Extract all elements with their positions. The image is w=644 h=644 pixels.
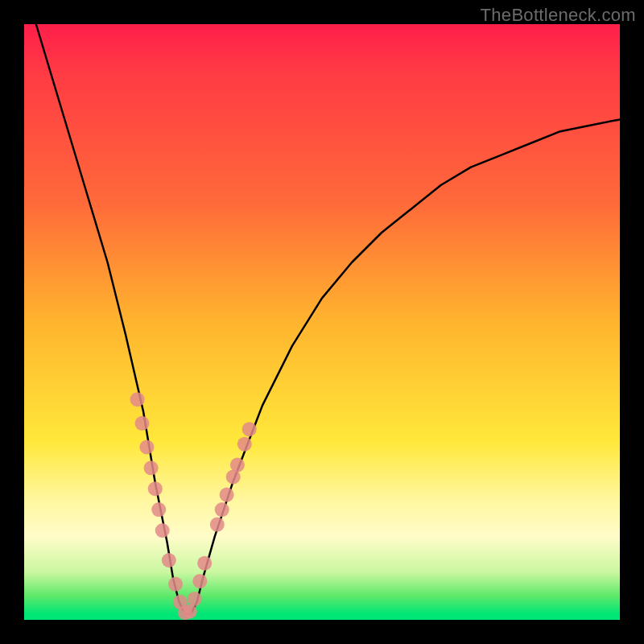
sample-marker [188, 592, 202, 606]
outer-frame: TheBottleneck.com [0, 0, 644, 644]
curve-layer [24, 24, 620, 620]
sample-marker [162, 553, 176, 568]
gradient-plot-area [24, 24, 620, 620]
sample-marker [151, 502, 166, 517]
sample-marker [130, 392, 145, 407]
sample-marker [210, 518, 225, 532]
sample-marker [192, 574, 207, 588]
sample-marker [230, 458, 245, 473]
watermark-text: TheBottleneck.com [481, 5, 636, 26]
bottleneck-curve [36, 24, 620, 614]
sample-marker [215, 502, 229, 517]
sample-marker [135, 416, 150, 431]
sample-marker [144, 460, 159, 475]
sample-marker [183, 605, 197, 619]
sample-marker [220, 488, 234, 502]
sample-marker [155, 523, 170, 538]
sample-marker [148, 481, 163, 496]
sample-marker [168, 577, 183, 592]
sample-marker [242, 422, 257, 436]
sample-marker [237, 437, 252, 452]
sample-marker [139, 440, 154, 454]
sample-marker [197, 556, 212, 571]
